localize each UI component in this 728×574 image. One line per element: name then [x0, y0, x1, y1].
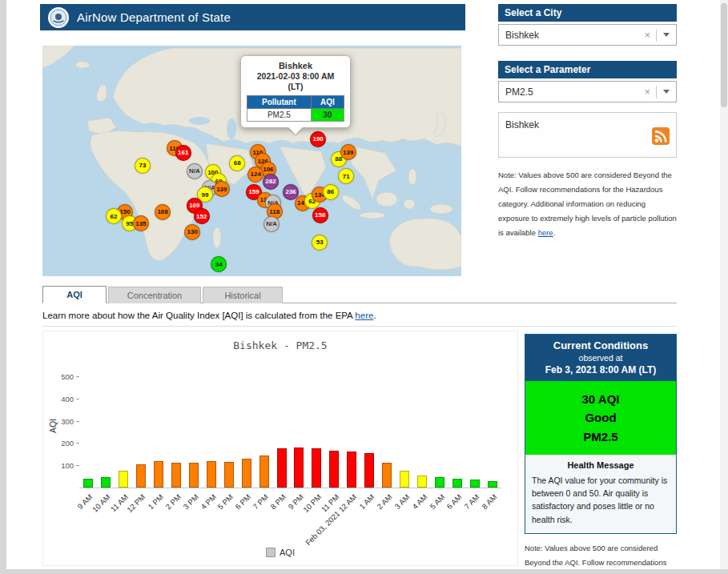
aqi-marker[interactable]: 190 — [310, 131, 326, 147]
chart-bar[interactable] — [364, 453, 374, 488]
y-tick-mark — [76, 465, 79, 466]
chart-bar[interactable] — [470, 480, 480, 488]
aqi-chart: Bishkek - PM2.5 AQI 1002003004005009 AM1… — [42, 331, 518, 566]
y-tick-label: 500 — [46, 372, 74, 381]
chevron-down-icon[interactable] — [663, 33, 670, 37]
aqi-category: Good — [525, 408, 676, 427]
chart-bar[interactable] — [101, 477, 111, 488]
x-tick-label: 7 PM — [251, 492, 270, 511]
popup-col-aqi: AQI — [311, 96, 344, 109]
legend-swatch — [266, 548, 276, 557]
chart-bar[interactable] — [294, 448, 304, 488]
aqi-marker[interactable]: 139 — [340, 144, 356, 160]
note-here-link[interactable]: here — [538, 228, 553, 237]
aqi-marker[interactable]: 34 — [211, 256, 227, 272]
chart-bar[interactable] — [400, 471, 409, 488]
tab-historical[interactable]: Historical — [203, 287, 283, 303]
chart-x-axis — [79, 488, 501, 488]
tab-aqi[interactable]: AQI — [42, 286, 107, 303]
aqi-marker[interactable]: 130 — [184, 224, 200, 240]
aqi-marker[interactable]: 71 — [338, 168, 354, 184]
aqi-marker[interactable]: 68 — [229, 155, 245, 171]
observed-at-label: observed at — [529, 353, 673, 363]
app-title: AirNow Department of State — [77, 10, 231, 24]
aqi-marker[interactable]: 124 — [247, 167, 263, 183]
parameter-select-value: PM2.5 — [499, 86, 638, 98]
tab-concentration[interactable]: Concentration — [108, 287, 201, 303]
view-tabs: AQIConcentrationHistorical — [42, 286, 677, 303]
parameter-clear-icon[interactable]: × — [638, 86, 656, 98]
chart-bar[interactable] — [329, 451, 339, 488]
aqi-marker[interactable]: 152 — [194, 208, 210, 224]
y-tick-label: 300 — [46, 417, 74, 426]
chart-bar[interactable] — [417, 476, 427, 488]
parameter-select[interactable]: PM2.5 × — [498, 81, 677, 102]
chart-bar[interactable] — [189, 463, 199, 488]
chart-bar[interactable] — [154, 461, 163, 488]
aqi-pollutant: PM2.5 — [525, 427, 676, 446]
chart-bar[interactable] — [136, 464, 146, 488]
x-tick-label: 8 AM — [481, 492, 499, 511]
x-tick-label: 11 AM — [108, 492, 129, 513]
popup-datetime: 2021-02-03 8:00 AM (LT) — [247, 71, 344, 92]
x-tick-label: 5 AM — [428, 492, 446, 511]
page: AirNow Department of State — [0, 0, 728, 574]
chart-bar[interactable] — [207, 461, 216, 488]
dos-seal-logo — [48, 7, 69, 28]
y-tick-mark — [76, 399, 79, 399]
scrollbar[interactable] — [720, 0, 728, 569]
chart-bar[interactable] — [277, 448, 287, 488]
aqi-marker[interactable]: 161 — [175, 145, 191, 161]
chart-bar[interactable] — [488, 481, 497, 488]
rss-icon[interactable] — [652, 127, 670, 145]
chart-bar[interactable] — [119, 471, 128, 488]
chart-bar[interactable] — [347, 452, 356, 488]
aqi-marker[interactable]: 158 — [312, 207, 328, 223]
divider — [656, 29, 657, 42]
health-message-title: Health Message — [532, 460, 670, 470]
world-map[interactable]: 1161617311012668100N/A69N/A1399910612428… — [42, 46, 461, 276]
x-tick-label: 12 PM — [125, 492, 147, 514]
aqi-marker[interactable]: 135 — [133, 215, 149, 231]
city-select-value: Bishkek — [499, 30, 638, 41]
chart-bar[interactable] — [452, 479, 462, 488]
current-conditions-title: Current Conditions — [529, 339, 673, 351]
aqi-marker[interactable]: 86 — [323, 184, 339, 200]
aqi-marker[interactable]: 282 — [263, 174, 279, 190]
chart-ylabel: AQI — [48, 410, 58, 442]
aqi-marker[interactable]: 62 — [106, 208, 122, 224]
aqi-status-box: 30 AQI Good PM2.5 — [525, 381, 676, 455]
chart-bar[interactable] — [435, 477, 444, 488]
chart-bar[interactable] — [382, 463, 392, 488]
chevron-down-icon[interactable] — [663, 90, 670, 94]
x-tick-label: 3 AM — [392, 492, 411, 511]
popup-col-pollutant: Pollutant — [247, 96, 312, 109]
popup-date: 2021-02-03 8:00 AM — [257, 71, 335, 81]
app-header: AirNow Department of State — [40, 4, 465, 30]
aqi-marker[interactable]: N/A — [263, 216, 280, 232]
epa-here-link[interactable]: here — [355, 311, 373, 320]
aqi-marker[interactable]: N/A — [187, 163, 203, 179]
chart-bar[interactable] — [83, 479, 93, 488]
city-clear-icon[interactable]: × — [638, 29, 656, 41]
chart-bar[interactable] — [259, 456, 269, 488]
chart-bar[interactable] — [312, 448, 321, 488]
aqi-marker[interactable]: 108 — [155, 204, 171, 220]
x-tick-label: 6 AM — [445, 492, 464, 511]
chart-legend: AQI — [266, 548, 295, 557]
y-tick-label: 100 — [46, 461, 74, 470]
chart-bar[interactable] — [224, 462, 234, 488]
x-tick-label: 1 PM — [146, 492, 164, 511]
divider — [42, 326, 677, 327]
aqi-marker[interactable]: 53 — [312, 235, 328, 251]
chart-bar[interactable] — [171, 463, 181, 488]
epa-info-line: Learn more about how the Air Quality Ind… — [42, 311, 376, 320]
aqi-marker[interactable]: 73 — [135, 158, 151, 174]
x-tick-label: 10 PM — [301, 492, 323, 514]
chart-bar[interactable] — [242, 459, 251, 488]
x-tick-label: 5 PM — [216, 492, 235, 511]
x-tick-label: 2 PM — [163, 492, 182, 511]
scrollbar-thumb[interactable] — [721, 3, 727, 107]
aqi-marker[interactable]: 139 — [214, 181, 230, 197]
city-select[interactable]: Bishkek × — [498, 24, 677, 46]
